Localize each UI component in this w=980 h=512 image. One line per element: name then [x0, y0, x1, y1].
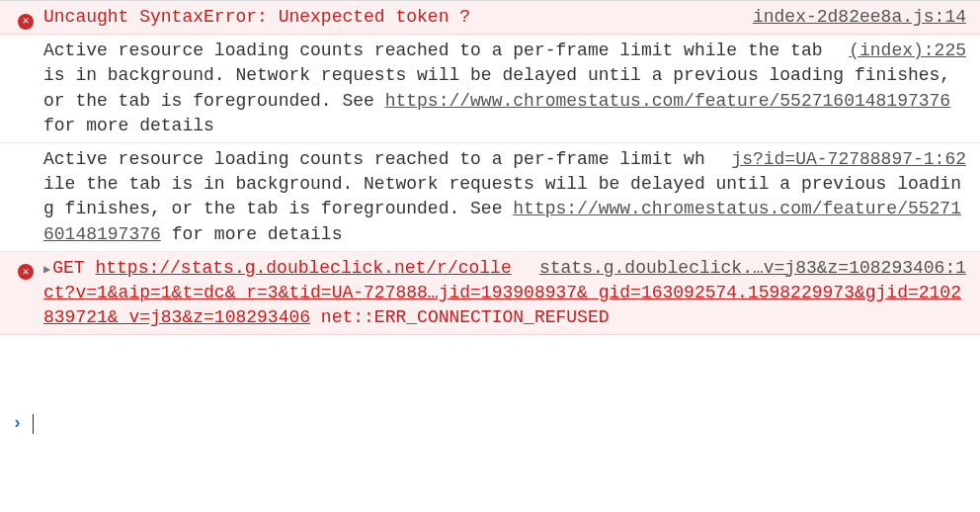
console-row-log: (index):225 Active resource loading coun… — [0, 35, 980, 143]
row-body: js?id=UA-72788897-1:62 Active resource l… — [43, 147, 966, 247]
console-row-error: index-2d82ee8a.js:14 Uncaught SyntaxErro… — [0, 1, 980, 35]
row-gutter — [8, 5, 43, 30]
error-icon — [18, 264, 34, 280]
source-link[interactable]: (index):225 — [849, 39, 966, 63]
source-link[interactable]: js?id=UA-72788897-1:62 — [731, 147, 966, 172]
row-body: (index):225 Active resource loading coun… — [43, 39, 966, 138]
source-link[interactable]: stats.g.doubleclick.…v=j83&z=108293406:1 — [539, 256, 966, 281]
row-body: index-2d82ee8a.js:14 Uncaught SyntaxErro… — [43, 5, 966, 30]
error-icon — [18, 14, 34, 30]
console-prompt-row[interactable]: › — [0, 335, 980, 512]
net-error-text: net::ERR_CONNECTION_REFUSED — [321, 307, 610, 327]
log-message-post: for more details — [43, 116, 214, 135]
log-message-post: for more details — [161, 224, 343, 244]
console-input[interactable] — [34, 411, 970, 436]
message-url-link[interactable]: https://www.chromestatus.com/feature/552… — [385, 91, 951, 111]
source-link[interactable]: index-2d82ee8a.js:14 — [753, 5, 966, 30]
error-message-text: Uncaught SyntaxError: Unexpected token ? — [43, 7, 470, 27]
row-gutter — [8, 256, 43, 281]
disclosure-triangle-icon[interactable]: ▶ — [43, 262, 50, 279]
http-method: GET — [52, 258, 84, 278]
console-row-network-error: stats.g.doubleclick.…v=j83&z=108293406:1… — [0, 252, 980, 336]
console-row-log: js?id=UA-72788897-1:62 Active resource l… — [0, 143, 980, 252]
row-body: stats.g.doubleclick.…v=j83&z=108293406:1… — [43, 256, 966, 331]
devtools-console: index-2d82ee8a.js:14 Uncaught SyntaxErro… — [0, 0, 980, 512]
prompt-chevron-icon: › — [12, 411, 23, 436]
